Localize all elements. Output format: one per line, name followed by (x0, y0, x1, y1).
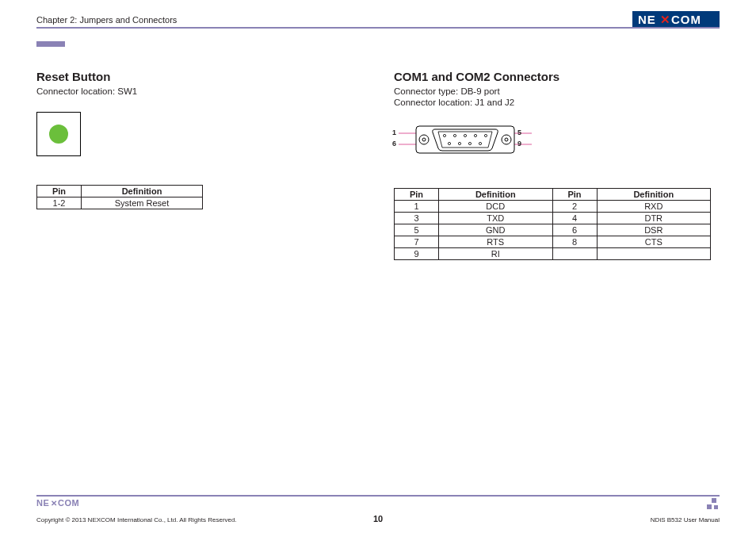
page-number: 10 (373, 514, 383, 523)
reset-button-section: Reset Button Connector location: SW1 Pin… (36, 70, 362, 260)
pin-label-1: 1 (392, 128, 396, 136)
pin-label-6: 6 (392, 140, 396, 148)
section-title: COM1 and COM2 Connectors (394, 70, 720, 83)
th-pin: Pin (552, 189, 597, 201)
nexcom-footer-logo: NE ✕ COM (36, 497, 86, 511)
manual-name: NDiS B532 User Manual (651, 516, 720, 523)
reset-dot-icon (49, 125, 68, 144)
svg-point-11 (443, 134, 445, 136)
chapter-title: Chapter 2: Jumpers and Connectors (36, 15, 177, 25)
cell-pin (552, 248, 597, 260)
th-def: Definition (82, 186, 203, 197)
svg-point-12 (453, 134, 456, 136)
svg-text:COM: COM (58, 498, 79, 508)
cell-def: DCD (439, 201, 553, 213)
connector-location: Connector location: SW1 (36, 86, 362, 96)
svg-text:✕: ✕ (51, 499, 57, 508)
cell-pin: 3 (395, 213, 439, 224)
svg-text:✕: ✕ (660, 13, 670, 26)
pin-label-5: 5 (517, 128, 521, 136)
svg-point-15 (484, 134, 487, 136)
copyright: Copyright © 2013 NEXCOM International Co… (36, 516, 237, 523)
cell-def: RTS (439, 236, 553, 248)
svg-rect-24 (707, 504, 712, 509)
header-rule (36, 27, 720, 29)
table-row: 5 GND 6 DSR (395, 224, 711, 236)
cell-def (597, 248, 711, 260)
cell-pin: 8 (552, 236, 597, 248)
cell-def: CTS (597, 236, 711, 248)
cell-pin: 6 (552, 224, 597, 236)
section-title: Reset Button (36, 70, 362, 83)
cell-pin: 2 (552, 201, 597, 213)
connector-type: Connector type: DB-9 port (394, 86, 720, 96)
db9-diagram: 1 5 6 9 (394, 121, 536, 159)
svg-text:COM: COM (671, 13, 701, 26)
svg-point-10 (505, 138, 508, 141)
connector-location: Connector location: J1 and J2 (394, 98, 720, 107)
footer-rule (36, 495, 720, 497)
svg-point-17 (458, 142, 460, 144)
th-def: Definition (439, 189, 553, 201)
footer-squares-icon (707, 498, 720, 511)
table-row: 1-2 System Reset (37, 197, 203, 209)
svg-text:NE: NE (638, 13, 656, 26)
nexcom-logo: NE ✕ COM (632, 11, 720, 29)
cell-def: TXD (439, 213, 553, 224)
cell-pin: 5 (395, 224, 439, 236)
cell-pin: 7 (395, 236, 439, 248)
cell-def: DTR (597, 213, 711, 224)
th-pin: Pin (37, 186, 82, 197)
svg-rect-25 (714, 505, 718, 509)
th-def: Definition (597, 189, 711, 201)
cell-pin: 9 (395, 248, 439, 260)
cell-pin: 1-2 (37, 197, 82, 209)
reset-button-diagram (36, 112, 81, 156)
pin-label-9: 9 (517, 140, 521, 148)
th-pin: Pin (395, 189, 439, 201)
header-tab (36, 41, 65, 47)
svg-point-19 (479, 142, 481, 144)
svg-point-13 (464, 134, 466, 136)
table-row: 9 RI (395, 248, 711, 260)
cell-def: RI (439, 248, 553, 260)
table-row: 3 TXD 4 DTR (395, 213, 711, 224)
cell-pin: 4 (552, 213, 597, 224)
cell-def: GND (439, 224, 553, 236)
svg-point-18 (468, 142, 471, 144)
svg-point-16 (448, 142, 450, 144)
cell-def: RXD (597, 201, 711, 213)
svg-point-14 (474, 134, 476, 136)
reset-pin-table: Pin Definition 1-2 System Reset (36, 185, 203, 209)
table-row: 7 RTS 8 CTS (395, 236, 711, 248)
com-pin-table: Pin Definition Pin Definition 1 DCD 2 RX… (394, 188, 711, 260)
cell-pin: 1 (395, 201, 439, 213)
svg-rect-23 (712, 498, 716, 503)
svg-point-8 (422, 138, 426, 141)
cell-def: DSR (597, 224, 711, 236)
com-connectors-section: COM1 and COM2 Connectors Connector type:… (394, 70, 720, 260)
table-row: 1 DCD 2 RXD (395, 201, 711, 213)
svg-text:NE: NE (36, 498, 49, 508)
cell-def: System Reset (82, 197, 203, 209)
